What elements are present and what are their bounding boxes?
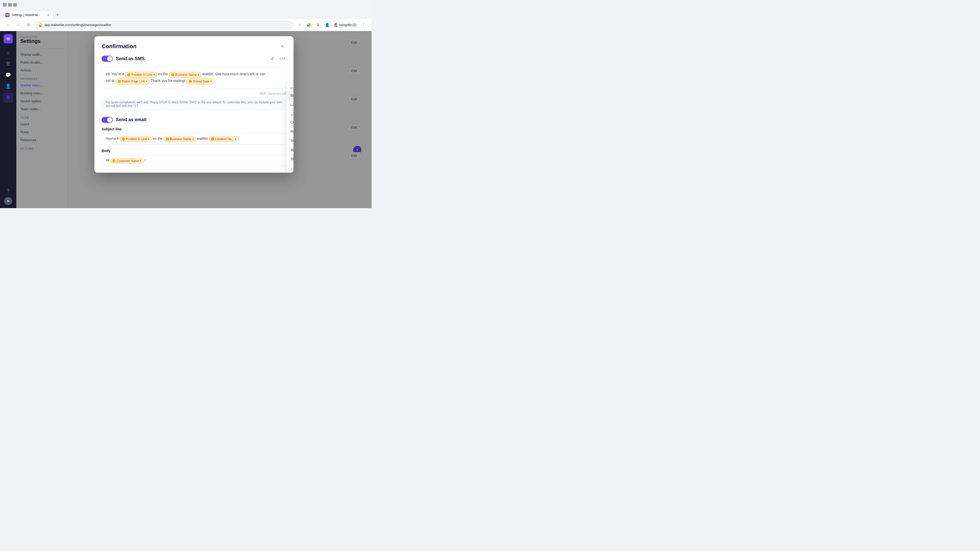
body-editor[interactable]: Hi i Customer Name ▾ ! <box>102 155 286 167</box>
subject-text-3: waitlist <box>197 137 209 141</box>
sms-text-4: cel at <box>106 79 115 83</box>
tab-favicon: W <box>5 13 10 17</box>
address-bar[interactable]: 🔒 app.waitwhile.com/settings/messages/wa… <box>35 21 293 29</box>
dropdown-item-service-label: Service <box>290 138 293 143</box>
subject-text-1: You're # <box>106 137 120 141</box>
sms-text-3: waitlist. See how much time's left or ca… <box>202 72 266 76</box>
browser-tab[interactable]: W Settings | Waitwhile × <box>2 11 53 19</box>
extensions-button[interactable]: 🧩 <box>305 21 313 29</box>
dropdown-item-business-label: Business <box>290 94 293 97</box>
sms-tag-status-label: Status Page Link <box>122 79 145 84</box>
sms-text-5: Thank you for waiting! <box>151 79 186 83</box>
dropdown-item-business[interactable]: Business › <box>286 91 293 100</box>
close-window-button[interactable]: × <box>13 3 17 6</box>
confirmation-modal: Confirmation × Send as SMS ↺ </> <box>94 36 293 173</box>
sidebar-item-messages[interactable]: 💬 <box>3 70 13 80</box>
tag-chevron-icon-3: ▾ <box>146 79 147 83</box>
subject-line-label: Subject line <box>102 127 286 131</box>
tab-title: Settings | Waitwhile <box>11 13 45 17</box>
sms-message-text: Hi! You're # i Position In Line ▾ on the… <box>106 71 282 84</box>
char-count: 4880 characters left <box>102 92 286 95</box>
dropdown-business-section: Business Attributes <box>286 85 293 91</box>
spam-notice-text: For spam compliance, we'll add "Reply ST… <box>106 100 282 108</box>
modal-close-button[interactable]: × <box>278 42 286 51</box>
sidebar-item-list[interactable]: ☰ <box>3 59 13 69</box>
email-toggle[interactable] <box>102 117 113 123</box>
subject-tag-business[interactable]: i Business Name ▾ <box>164 137 196 141</box>
sidebar-item-settings[interactable]: ⚙ <box>3 92 13 103</box>
sidebar-user-avatar[interactable]: M <box>4 197 12 205</box>
body-tag-chevron-1: ▾ <box>140 159 141 162</box>
dropdown-item-resource-label: Resource <box>290 129 293 133</box>
dropdown-item-status-page-link[interactable]: Status Page Link <box>286 154 293 164</box>
sms-tag-joined-date[interactable]: i Joined Date ▾ <box>186 79 214 84</box>
modal-body: Send as SMS ↺ </> Hi! You're # i Po <box>94 55 293 173</box>
tag-info-icon-3: i <box>118 80 121 83</box>
subject-tag-chevron-3: ▾ <box>235 138 236 141</box>
dropdown-item-location[interactable]: Location › <box>286 100 293 109</box>
maximize-button[interactable]: □ <box>8 3 12 6</box>
reload-button[interactable]: ↻ <box>24 21 33 29</box>
dropdown-item-location-label: Location <box>290 103 293 106</box>
modal-overlay: Confirmation × Send as SMS ↺ </> <box>16 31 372 208</box>
tag-info-icon-2: i <box>171 73 174 76</box>
sms-tag-business-label: Business Name <box>175 73 197 77</box>
download-button[interactable]: ⬇ <box>314 21 322 29</box>
subject-tag-icon-1: i <box>122 138 125 141</box>
subject-text-2: on the <box>153 137 164 141</box>
dropdown-item-customer[interactable]: Customer › <box>286 118 293 127</box>
subject-tag-chevron-2: ▾ <box>192 138 194 141</box>
dropdown-item-status-page-label: Status Page Link <box>290 157 293 161</box>
forward-button[interactable]: → <box>14 21 22 29</box>
dropdown-item-waitlist[interactable]: Waitlist › <box>286 145 293 154</box>
sms-code-button[interactable]: </> <box>278 55 286 63</box>
dropdown-item-service[interactable]: Service › <box>286 136 293 145</box>
sms-message-editor[interactable]: Hi! You're # i Position In Line ▾ on the… <box>102 67 286 89</box>
sms-text-2: on the <box>158 72 169 76</box>
tag-chevron-icon-2: ▾ <box>198 73 199 77</box>
minimize-button[interactable]: − <box>3 3 6 6</box>
dropdown-custom-section: Custom Attributes <box>286 166 293 172</box>
back-button[interactable]: ← <box>4 21 12 29</box>
sms-tag-status-page[interactable]: i Status Page Link ▾ <box>115 79 150 84</box>
sms-toggle[interactable] <box>102 56 113 62</box>
subject-tag-icon-3: i <box>211 138 214 141</box>
bookmarks-button[interactable]: ☆ <box>296 21 304 29</box>
body-text-2: ! <box>145 158 145 162</box>
sms-text-1: Hi! You're # <box>106 72 125 76</box>
sidebar-item-help[interactable]: ? <box>3 186 13 196</box>
sidebar-brand-avatar: M <box>3 34 13 43</box>
sms-reset-button[interactable]: ↺ <box>268 55 276 63</box>
subject-tag-icon-2: i <box>166 138 169 141</box>
subject-tag-location[interactable]: i Location Na... ▾ <box>209 137 239 141</box>
incognito-badge: 🕵 Incognito (2) <box>332 23 358 27</box>
sms-tag-position-label: Position In Line <box>131 73 152 77</box>
modal-title: Confirmation <box>102 43 137 50</box>
dropdown-visit-section: Visit Attributes <box>286 111 293 118</box>
subject-editor[interactable]: You're # i Position In Line ▾ on the i B… <box>102 133 286 145</box>
sms-tag-business[interactable]: i Business Name ▾ <box>169 72 201 78</box>
address-text: app.waitwhile.com/settings/messages/wait… <box>45 23 290 27</box>
sidebar-item-home[interactable]: ⌂ <box>3 48 13 58</box>
attribute-dropdown: Business Attributes Business › Location … <box>286 83 293 173</box>
body-text-1: Hi <box>106 158 110 162</box>
sms-tag-position[interactable]: i Position In Line ▾ <box>125 72 157 78</box>
dropdown-item-waitlist-label: Waitlist <box>290 148 293 152</box>
subject-tag-chevron-1: ▾ <box>148 138 149 141</box>
subject-tag-location-label: Location Na... <box>215 137 234 141</box>
tab-close-button[interactable]: × <box>47 13 50 17</box>
subject-tag-business-label: Business Name <box>170 137 191 141</box>
sidebar-item-users[interactable]: 👤 <box>3 81 13 91</box>
body-tag-icon-1: i <box>113 159 116 162</box>
sms-section-title: Send as SMS <box>116 56 145 62</box>
new-tab-button[interactable]: + <box>54 11 61 18</box>
profile-button[interactable]: 👤 <box>323 21 331 29</box>
tag-info-icon-4: i <box>189 80 192 83</box>
spam-notice: For spam compliance, we'll add "Reply ST… <box>102 97 286 111</box>
dropdown-item-resource[interactable]: Resource › <box>286 127 293 136</box>
body-tag-customer[interactable]: i Customer Name ▾ <box>110 159 143 163</box>
menu-button[interactable]: ⋮ <box>360 21 368 29</box>
email-section-title: Send as email <box>116 117 146 122</box>
body-label: Body <box>102 149 286 153</box>
subject-tag-position[interactable]: i Position In Line ▾ <box>120 137 151 141</box>
